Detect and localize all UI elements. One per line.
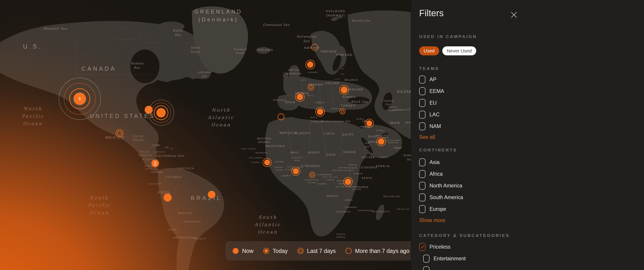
- checkbox-icon[interactable]: [419, 182, 426, 190]
- legend-more7-icon: [345, 247, 352, 254]
- map-marker-today[interactable]: [342, 176, 353, 188]
- map-marker-last7[interactable]: [339, 108, 346, 116]
- checkbox-icon[interactable]: [419, 99, 426, 107]
- legend-item-now: Now: [232, 247, 254, 254]
- checkbox-label: LAC: [430, 112, 440, 118]
- checkbox-icon[interactable]: [419, 170, 426, 178]
- checkbox-label: North America: [430, 183, 462, 189]
- campaign-pill-never-used[interactable]: Never Used: [442, 46, 476, 55]
- map-marker-more7[interactable]: [277, 113, 285, 122]
- map-marker-more7[interactable]: [311, 43, 319, 52]
- teams-see-all-link[interactable]: See all: [419, 134, 435, 140]
- world-map-landmass: [0, 0, 411, 270]
- teams-checkbox-list: APEEMAEULACNAM: [419, 76, 444, 134]
- team-checkbox-nam[interactable]: NAM: [419, 122, 444, 130]
- continent-checkbox-asia[interactable]: Asia: [419, 158, 463, 166]
- continents-show-more-link[interactable]: Show more: [419, 217, 445, 223]
- checkbox-label: South America: [430, 194, 463, 200]
- checkbox-icon[interactable]: [419, 158, 426, 166]
- map-marker-today[interactable]: [294, 92, 305, 103]
- continent-checkbox-africa[interactable]: Africa: [419, 170, 463, 178]
- continent-checkbox-south-america[interactable]: South America: [419, 194, 463, 201]
- checkbox-checked-icon[interactable]: [419, 243, 426, 251]
- section-teams: TEAMS: [419, 66, 439, 71]
- category-checkbox-list: PricelessEntertainment: [419, 243, 466, 270]
- map-time-legend: NowTodayLast 7 daysMore than 7 days ago: [226, 241, 411, 260]
- legend-item-last7: Last 7 days: [297, 247, 336, 254]
- checkbox-icon[interactable]: [419, 76, 426, 83]
- legend-today-icon: [263, 247, 270, 254]
- team-checkbox-eu[interactable]: EU: [419, 99, 444, 107]
- checkbox-icon[interactable]: [419, 122, 426, 130]
- checkbox-icon[interactable]: [419, 87, 426, 95]
- checkbox-label: Asia: [430, 159, 440, 165]
- checkbox-label: EU: [430, 100, 437, 106]
- campaign-pill-used[interactable]: Used: [419, 46, 439, 55]
- legend-item-more7: More than 7 days ago: [345, 247, 410, 254]
- legend-last7-icon: [297, 247, 304, 254]
- continent-checkbox-europe[interactable]: Europe: [419, 205, 463, 213]
- checkbox-label: Europe: [430, 206, 446, 212]
- checkbox-icon[interactable]: [419, 205, 426, 213]
- category-checkbox-partial[interactable]: [423, 266, 466, 270]
- team-checkbox-ap[interactable]: AP: [419, 76, 444, 83]
- map-marker-today[interactable]: [291, 166, 301, 177]
- checkbox-icon[interactable]: [419, 111, 426, 118]
- section-continents: CONTINENTS: [419, 148, 457, 153]
- map-marker-last7[interactable]: [307, 83, 315, 92]
- continents-checkbox-list: AsiaAfricaNorth AmericaSouth AmericaEuro…: [419, 158, 463, 217]
- map-marker-now-2[interactable]: 2: [150, 159, 160, 169]
- legend-now-icon: [232, 247, 239, 254]
- app-root: GREENLAND (Denmark)SVALBARD (NORWAY)ICEL…: [0, 0, 644, 270]
- legend-label: Last 7 days: [307, 248, 336, 254]
- checkbox-icon[interactable]: [419, 194, 426, 201]
- checkbox-label: Africa: [430, 171, 443, 177]
- close-icon[interactable]: [510, 11, 518, 19]
- map-marker-today[interactable]: [338, 84, 350, 96]
- map-marker-today[interactable]: [364, 118, 374, 129]
- map-marker-today[interactable]: [376, 136, 386, 148]
- map-marker-cluster-6[interactable]: 6: [58, 77, 102, 121]
- legend-label: Today: [273, 248, 288, 254]
- legend-item-today: Today: [263, 247, 288, 254]
- legend-label: Now: [242, 248, 254, 254]
- map-marker-now[interactable]: [163, 193, 172, 203]
- team-checkbox-lac[interactable]: LAC: [419, 111, 444, 118]
- checkbox-label: AP: [430, 76, 436, 83]
- filters-panel: Filters USED IN CAMPAIGN UsedNever Used …: [411, 0, 644, 270]
- section-category-subcategories: CATEGORY & SUBCATEGORIES: [419, 233, 510, 238]
- checkbox-label: Priceless: [430, 244, 450, 250]
- campaign-toggle-group: UsedNever Used: [419, 46, 476, 55]
- category-checkbox-priceless[interactable]: Priceless: [419, 243, 466, 251]
- checkbox-label: EEMA: [430, 88, 444, 94]
- checkbox-label: NAM: [430, 123, 441, 129]
- map-marker-today[interactable]: [262, 157, 272, 169]
- map-marker-today[interactable]: [305, 59, 316, 71]
- svg-text:6: 6: [78, 96, 81, 101]
- map-marker-last7[interactable]: [309, 171, 316, 179]
- map-marker-today[interactable]: [315, 106, 326, 118]
- filters-title: Filters: [419, 8, 444, 18]
- continent-checkbox-north-america[interactable]: North America: [419, 182, 463, 190]
- section-used-in-campaign: USED IN CAMPAIGN: [419, 34, 477, 39]
- checkbox-icon[interactable]: [423, 266, 430, 270]
- map-marker-now[interactable]: [207, 190, 216, 200]
- team-checkbox-eema[interactable]: EEMA: [419, 87, 444, 95]
- world-map-canvas[interactable]: GREENLAND (Denmark)SVALBARD (NORWAY)ICEL…: [0, 0, 411, 270]
- checkbox-icon[interactable]: [423, 255, 430, 262]
- map-marker-last7[interactable]: [115, 129, 124, 139]
- checkbox-label: Entertainment: [434, 256, 466, 262]
- map-marker-cluster[interactable]: [147, 99, 175, 127]
- legend-label: More than 7 days ago: [355, 248, 410, 254]
- category-checkbox-entertainment[interactable]: Entertainment: [423, 255, 466, 262]
- svg-text:2: 2: [154, 161, 156, 166]
